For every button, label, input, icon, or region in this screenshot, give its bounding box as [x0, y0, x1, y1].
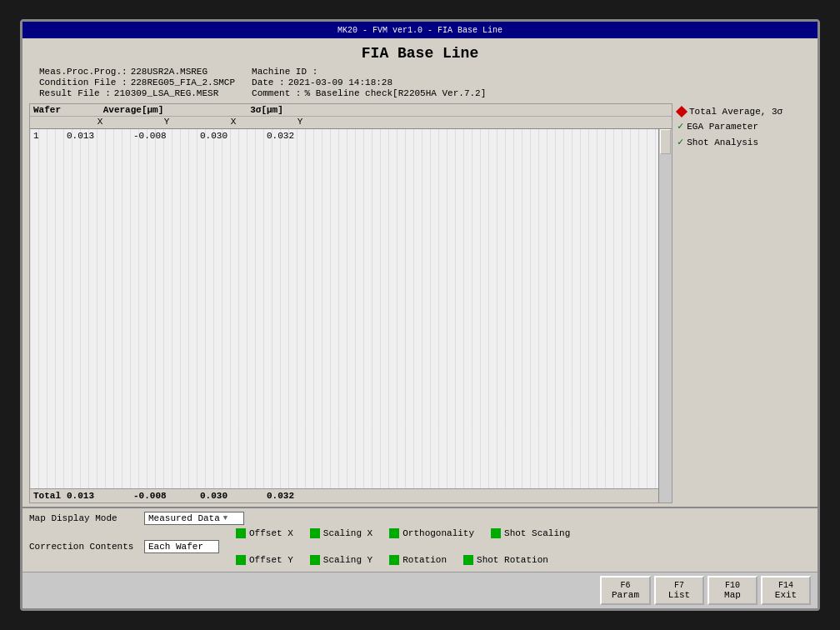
meas-proc-row: Meas.Proc.Prog.: 228USR2A.MSREG: [39, 67, 235, 77]
map-display-value: Measured Data: [148, 513, 220, 523]
scaling-x-label: Scaling X: [323, 528, 372, 538]
shot-rotation-checkbox[interactable]: Shot Rotation: [463, 555, 548, 565]
map-display-dropdown[interactable]: Measured Data ▼: [144, 512, 244, 525]
scrollbar-thumb[interactable]: [660, 129, 671, 154]
function-key-bar: F6 Param F7 List F10 Map F14 Exit: [22, 572, 818, 608]
total-row: Total 0.013 -0.008 0.030 0.032: [30, 488, 658, 502]
result-file-row: Result File : 210309_LSA_REG.MESR: [39, 88, 235, 98]
map-display-row: Map Display Mode Measured Data ▼: [29, 512, 811, 525]
dropdown-arrow-icon: ▼: [223, 514, 228, 522]
check-icon-shot: ✓: [678, 136, 683, 148]
main-window: MK20 - FVM ver1.0 - FIA Base Line FIA Ba…: [20, 19, 820, 611]
row-sigma-x: 0.030: [200, 131, 267, 141]
correction-dropdown[interactable]: Each Wafer: [144, 540, 219, 553]
table-body: 1 0.013 -0.008 0.030 0.032: [30, 129, 658, 488]
f7-func-label: List: [666, 590, 692, 600]
page-title: FIA Base Line: [22, 38, 818, 65]
data-table: Wafer Average[μm] 3σ[μm] X Y X Y 1: [29, 103, 672, 503]
scaling-y-label: Scaling Y: [323, 555, 372, 565]
diamond-icon: [676, 106, 688, 118]
legend-total-avg: Total Average, 3σ: [678, 107, 811, 117]
sigma-x-label: X: [200, 117, 267, 127]
green-box-icon-4: [491, 528, 501, 538]
date-label: Date :: [252, 78, 285, 88]
table-main: 1 0.013 -0.008 0.030 0.032 Total 0.013 -…: [30, 129, 658, 502]
rotation-label: Rotation: [402, 555, 447, 565]
f6-param-button[interactable]: F6 Param: [600, 576, 651, 605]
green-box-icon-6: [310, 555, 320, 565]
green-box-icon-8: [463, 555, 473, 565]
checkbox-row-2: Offset Y Scaling Y Rotation Shot Rotatio…: [236, 555, 570, 565]
info-right: Machine ID : Date : 2021-03-09 14:18:28 …: [252, 67, 486, 98]
scaling-y-checkbox[interactable]: Scaling Y: [310, 555, 372, 565]
row-sigma-y: 0.032: [267, 131, 333, 141]
title-bar: MK20 - FVM ver1.0 - FIA Base Line: [22, 22, 818, 38]
row-avg-y: -0.008: [133, 131, 200, 141]
vertical-scrollbar[interactable]: [658, 129, 672, 502]
offset-y-checkbox[interactable]: Offset Y: [236, 555, 293, 565]
condition-file-value: 228REG05_FIA_2.SMCP: [131, 78, 235, 88]
green-box-icon-3: [389, 528, 399, 538]
legend-total-label: Total Average, 3σ: [689, 107, 782, 117]
table-subheader: X Y X Y: [30, 117, 672, 129]
green-box-icon-7: [389, 555, 399, 565]
total-avg-y: -0.008: [133, 491, 200, 501]
comment-value: % Baseline check[R2205HA Ver.7.2]: [304, 88, 486, 98]
row-avg-x: 0.013: [67, 131, 133, 141]
green-box-icon: [236, 528, 246, 538]
right-panel: Total Average, 3σ ✓ EGA Parameter ✓ Shot…: [678, 103, 811, 503]
legend-ega[interactable]: ✓ EGA Parameter: [678, 120, 811, 132]
shot-rotation-label: Shot Rotation: [477, 555, 548, 565]
green-box-icon-2: [310, 528, 320, 538]
info-section: Meas.Proc.Prog.: 228USR2A.MSREG Conditio…: [22, 65, 818, 100]
f10-map-button[interactable]: F10 Map: [708, 576, 758, 605]
date-value: 2021-03-09 14:18:28: [288, 78, 392, 88]
shot-scaling-checkbox[interactable]: Shot Scaling: [491, 528, 570, 538]
info-left: Meas.Proc.Prog.: 228USR2A.MSREG Conditio…: [39, 67, 235, 98]
title-bar-text: MK20 - FVM ver1.0 - FIA Base Line: [338, 26, 502, 35]
scaling-x-checkbox[interactable]: Scaling X: [310, 528, 372, 538]
orthogonality-label: Orthogonality: [402, 528, 474, 538]
f7-list-button[interactable]: F7 List: [654, 576, 704, 605]
f14-exit-button[interactable]: F14 Exit: [761, 576, 811, 605]
sigma-header: 3σ[μm]: [200, 105, 333, 115]
f6-func-label: Param: [612, 590, 639, 600]
f14-key-label: F14: [772, 581, 799, 590]
shot-scaling-label: Shot Scaling: [504, 528, 570, 538]
checkbox-row-1: Offset X Scaling X Orthogonality Shot Sc…: [236, 528, 570, 538]
table-row: 1 0.013 -0.008 0.030 0.032: [30, 129, 658, 142]
f10-key-label: F10: [719, 581, 746, 590]
average-header: Average[μm]: [67, 105, 200, 115]
correction-label: Correction Contents: [29, 542, 138, 552]
sigma-y-label: Y: [267, 117, 333, 127]
offset-x-label: Offset X: [249, 528, 293, 538]
f7-key-label: F7: [666, 581, 692, 590]
machine-id-row: Machine ID :: [252, 67, 486, 77]
date-row: Date : 2021-03-09 14:18:28: [252, 78, 486, 88]
f14-func-label: Exit: [772, 590, 799, 600]
legend-shot[interactable]: ✓ Shot Analysis: [678, 136, 811, 148]
correction-value: Each Wafer: [148, 542, 203, 552]
checkbox-area: Offset X Scaling X Orthogonality Shot Sc…: [236, 528, 570, 565]
meas-proc-label: Meas.Proc.Prog.:: [39, 67, 128, 77]
offset-x-checkbox[interactable]: Offset X: [236, 528, 293, 538]
condition-file-row: Condition File : 228REG05_FIA_2.SMCP: [39, 78, 235, 88]
result-file-label: Result File :: [39, 88, 111, 98]
result-file-value: 210309_LSA_REG.MESR: [114, 88, 218, 98]
orthogonality-checkbox[interactable]: Orthogonality: [389, 528, 474, 538]
comment-label: Comment :: [252, 88, 301, 98]
table-body-area: 1 0.013 -0.008 0.030 0.032 Total 0.013 -…: [30, 129, 672, 502]
legend-ega-label: EGA Parameter: [687, 122, 758, 132]
meas-proc-value: 228USR2A.MSREG: [131, 67, 208, 77]
machine-id-label: Machine ID :: [252, 67, 318, 77]
table-header: Wafer Average[μm] 3σ[μm]: [30, 104, 672, 117]
content-area: Wafer Average[μm] 3σ[μm] X Y X Y 1: [29, 103, 811, 503]
bottom-section: Map Display Mode Measured Data ▼ Correct…: [22, 507, 818, 572]
legend-shot-label: Shot Analysis: [687, 138, 758, 148]
rotation-checkbox[interactable]: Rotation: [389, 555, 447, 565]
comment-row: Comment : % Baseline check[R2205HA Ver.7…: [252, 88, 486, 98]
f6-key-label: F6: [612, 581, 639, 590]
total-sigma-x: 0.030: [200, 491, 267, 501]
map-display-label: Map Display Mode: [29, 513, 138, 523]
f10-func-label: Map: [719, 590, 746, 600]
